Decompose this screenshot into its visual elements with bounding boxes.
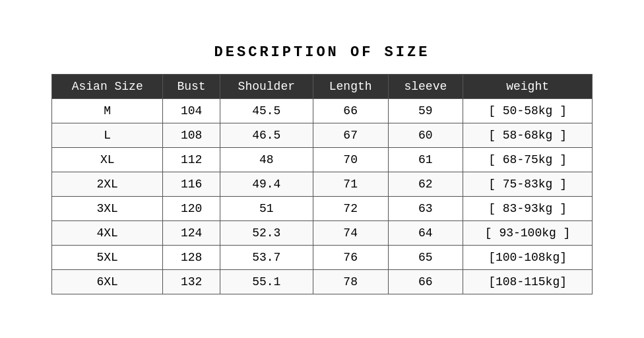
cell-length: 72 <box>313 196 388 220</box>
column-header-weight: weight <box>463 74 593 98</box>
cell-size: M <box>52 98 163 123</box>
cell-weight: [ 50-58kg ] <box>463 98 593 123</box>
cell-bust: 116 <box>163 172 220 196</box>
cell-weight: [108-115kg] <box>463 269 593 294</box>
table-row: L10846.56760[ 58-68kg ] <box>52 123 593 147</box>
table-row: M10445.56659[ 50-58kg ] <box>52 98 593 123</box>
cell-length: 70 <box>313 147 388 172</box>
table-row: 4XL12452.37464[ 93-100kg ] <box>52 220 593 245</box>
table-row: 2XL11649.47162[ 75-83kg ] <box>52 172 593 196</box>
cell-bust: 108 <box>163 123 220 147</box>
cell-shoulder: 51 <box>220 196 313 220</box>
cell-sleeve: 59 <box>388 98 463 123</box>
cell-weight: [100-108kg] <box>463 245 593 269</box>
cell-weight: [ 75-83kg ] <box>463 172 593 196</box>
column-header-shoulder: Shoulder <box>220 74 313 98</box>
cell-shoulder: 48 <box>220 147 313 172</box>
cell-length: 67 <box>313 123 388 147</box>
cell-weight: [ 93-100kg ] <box>463 220 593 245</box>
table-header-row: Asian SizeBustShoulderLengthsleeveweight <box>52 74 593 98</box>
cell-length: 78 <box>313 269 388 294</box>
cell-bust: 128 <box>163 245 220 269</box>
page-title: DESCRIPTION OF SIZE <box>214 44 430 61</box>
cell-size: 6XL <box>52 269 163 294</box>
cell-sleeve: 61 <box>388 147 463 172</box>
cell-sleeve: 60 <box>388 123 463 147</box>
cell-weight: [ 58-68kg ] <box>463 123 593 147</box>
cell-sleeve: 62 <box>388 172 463 196</box>
table-row: 5XL12853.77665[100-108kg] <box>52 245 593 269</box>
cell-weight: [ 68-75kg ] <box>463 147 593 172</box>
cell-size: 3XL <box>52 196 163 220</box>
table-row: XL112487061[ 68-75kg ] <box>52 147 593 172</box>
cell-sleeve: 63 <box>388 196 463 220</box>
cell-bust: 120 <box>163 196 220 220</box>
column-header-sleeve: sleeve <box>388 74 463 98</box>
table-row: 3XL120517263[ 83-93kg ] <box>52 196 593 220</box>
table-row: 6XL13255.17866[108-115kg] <box>52 269 593 294</box>
cell-length: 66 <box>313 98 388 123</box>
cell-bust: 124 <box>163 220 220 245</box>
cell-shoulder: 52.3 <box>220 220 313 245</box>
cell-shoulder: 53.7 <box>220 245 313 269</box>
cell-bust: 112 <box>163 147 220 172</box>
cell-size: XL <box>52 147 163 172</box>
column-header-length: Length <box>313 74 388 98</box>
cell-size: L <box>52 123 163 147</box>
column-header-bust: Bust <box>163 74 220 98</box>
cell-size: 2XL <box>52 172 163 196</box>
cell-sleeve: 65 <box>388 245 463 269</box>
cell-weight: [ 83-93kg ] <box>463 196 593 220</box>
cell-length: 74 <box>313 220 388 245</box>
cell-shoulder: 55.1 <box>220 269 313 294</box>
cell-shoulder: 45.5 <box>220 98 313 123</box>
cell-length: 71 <box>313 172 388 196</box>
cell-sleeve: 66 <box>388 269 463 294</box>
cell-shoulder: 49.4 <box>220 172 313 196</box>
cell-sleeve: 64 <box>388 220 463 245</box>
cell-shoulder: 46.5 <box>220 123 313 147</box>
cell-bust: 132 <box>163 269 220 294</box>
column-header-asian-size: Asian Size <box>52 74 163 98</box>
cell-size: 4XL <box>52 220 163 245</box>
cell-bust: 104 <box>163 98 220 123</box>
cell-size: 5XL <box>52 245 163 269</box>
size-table: Asian SizeBustShoulderLengthsleeveweight… <box>51 74 593 294</box>
cell-length: 76 <box>313 245 388 269</box>
